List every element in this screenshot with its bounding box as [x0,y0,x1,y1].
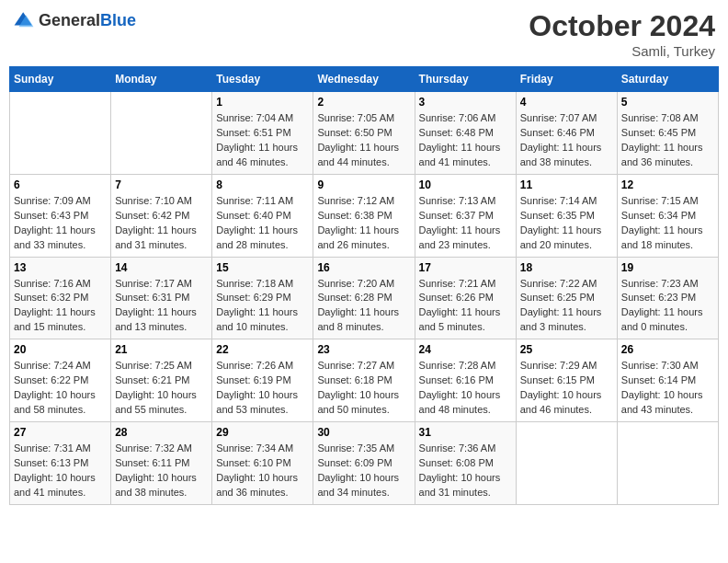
calendar-cell [617,422,718,505]
weekday-header-thursday: Thursday [415,67,516,92]
day-info-line: Sunrise: 7:30 AM [621,360,699,371]
day-number: 26 [621,343,714,356]
day-info-line: Daylight: 10 hours and 58 minutes. [14,389,96,415]
day-number: 12 [621,178,714,191]
logo-text-blue: Blue [100,11,136,29]
day-info-line: Sunset: 6:13 PM [14,457,88,468]
day-info-line: Daylight: 11 hours and 0 minutes. [621,306,703,332]
day-number: 4 [520,96,613,109]
calendar-cell: 18Sunrise: 7:22 AMSunset: 6:25 PMDayligh… [516,257,617,339]
day-info: Sunrise: 7:34 AMSunset: 6:10 PMDaylight:… [216,442,309,500]
day-info: Sunrise: 7:20 AMSunset: 6:28 PMDaylight:… [317,277,410,336]
day-info-line: Sunset: 6:10 PM [216,457,290,468]
calendar-cell: 10Sunrise: 7:13 AMSunset: 6:37 PMDayligh… [415,174,516,257]
day-info-line: Daylight: 11 hours and 13 minutes. [115,306,197,332]
day-info-line: Sunset: 6:42 PM [115,210,189,221]
calendar-cell: 27Sunrise: 7:31 AMSunset: 6:13 PMDayligh… [10,422,111,505]
day-info-line: Sunset: 6:16 PM [419,374,494,385]
logo: GeneralBlue [13,9,136,31]
day-info-line: Daylight: 11 hours and 20 minutes. [520,224,602,250]
calendar-week-row: 20Sunrise: 7:24 AMSunset: 6:22 PMDayligh… [10,339,719,422]
day-info-line: Daylight: 11 hours and 23 minutes. [419,224,501,250]
day-info-line: Daylight: 11 hours and 28 minutes. [216,224,298,250]
day-info-line: Sunset: 6:28 PM [317,292,392,303]
day-info: Sunrise: 7:27 AMSunset: 6:18 PMDaylight:… [317,359,410,418]
day-info: Sunrise: 7:25 AMSunset: 6:21 PMDaylight:… [115,359,208,418]
day-number: 28 [115,426,208,439]
day-info-line: Sunset: 6:09 PM [317,457,392,468]
day-number: 7 [115,178,208,191]
day-info-line: Sunset: 6:50 PM [317,127,392,138]
day-info-line: Sunrise: 7:22 AM [520,278,597,289]
day-info-line: Daylight: 10 hours and 31 minutes. [419,472,501,498]
day-info-line: Sunrise: 7:11 AM [216,195,293,206]
weekday-header-wednesday: Wednesday [313,67,415,92]
calendar-cell: 26Sunrise: 7:30 AMSunset: 6:14 PMDayligh… [617,339,718,422]
day-info-line: Daylight: 11 hours and 41 minutes. [419,142,501,167]
day-info: Sunrise: 7:08 AMSunset: 6:45 PMDaylight:… [621,111,714,170]
day-info: Sunrise: 7:24 AMSunset: 6:22 PMDaylight:… [14,359,107,418]
day-info: Sunrise: 7:21 AMSunset: 6:26 PMDaylight:… [419,277,512,336]
day-info-line: Daylight: 11 hours and 8 minutes. [317,306,399,332]
day-info-line: Daylight: 10 hours and 38 minutes. [115,472,197,498]
logo-icon [13,9,35,31]
day-number: 19 [621,261,714,274]
day-info: Sunrise: 7:18 AMSunset: 6:29 PMDaylight:… [216,277,309,336]
calendar-cell: 12Sunrise: 7:15 AMSunset: 6:34 PMDayligh… [617,174,718,257]
day-info-line: Daylight: 10 hours and 34 minutes. [317,472,399,498]
day-number: 11 [520,178,613,191]
day-info-line: Sunrise: 7:17 AM [115,278,192,289]
day-info-line: Sunrise: 7:36 AM [419,442,496,454]
day-info-line: Daylight: 11 hours and 10 minutes. [216,306,298,332]
day-info-line: Sunrise: 7:06 AM [419,112,496,123]
day-info-line: Sunset: 6:34 PM [621,210,696,221]
day-number: 27 [14,426,107,439]
day-info-line: Sunrise: 7:16 AM [14,278,91,289]
calendar-cell: 19Sunrise: 7:23 AMSunset: 6:23 PMDayligh… [617,257,718,339]
day-info-line: Sunset: 6:45 PM [621,127,696,138]
day-info-line: Sunset: 6:15 PM [520,374,595,385]
day-info-line: Sunrise: 7:24 AM [14,360,91,371]
day-info-line: Daylight: 11 hours and 33 minutes. [14,224,96,250]
month-title: October 2024 [529,9,715,43]
location-subtitle: Samli, Turkey [529,43,715,59]
calendar-cell: 28Sunrise: 7:32 AMSunset: 6:11 PMDayligh… [111,422,212,505]
day-number: 13 [14,261,107,274]
day-number: 18 [520,261,613,274]
calendar-cell: 8Sunrise: 7:11 AMSunset: 6:40 PMDaylight… [212,174,313,257]
calendar-cell: 23Sunrise: 7:27 AMSunset: 6:18 PMDayligh… [313,339,415,422]
day-info: Sunrise: 7:14 AMSunset: 6:35 PMDaylight:… [520,194,613,253]
day-info-line: Sunrise: 7:35 AM [317,442,394,454]
day-info-line: Sunrise: 7:34 AM [216,442,293,454]
day-number: 8 [216,178,309,191]
day-info-line: Daylight: 10 hours and 36 minutes. [216,472,298,498]
logo-text-general: General [39,11,100,29]
day-info-line: Sunrise: 7:15 AM [621,195,699,206]
day-info-line: Daylight: 11 hours and 26 minutes. [317,224,399,250]
calendar-week-row: 27Sunrise: 7:31 AMSunset: 6:13 PMDayligh… [10,422,719,505]
day-info-line: Sunrise: 7:23 AM [621,278,699,289]
day-info-line: Sunrise: 7:21 AM [419,278,496,289]
day-info: Sunrise: 7:11 AMSunset: 6:40 PMDaylight:… [216,194,309,253]
calendar-cell: 11Sunrise: 7:14 AMSunset: 6:35 PMDayligh… [516,174,617,257]
day-info: Sunrise: 7:31 AMSunset: 6:13 PMDaylight:… [14,442,107,500]
day-info-line: Sunrise: 7:26 AM [216,360,293,371]
day-info-line: Sunset: 6:29 PM [216,292,290,303]
day-info: Sunrise: 7:26 AMSunset: 6:19 PMDaylight:… [216,359,309,418]
day-number: 3 [419,96,512,109]
calendar-cell: 31Sunrise: 7:36 AMSunset: 6:08 PMDayligh… [415,422,516,505]
calendar-cell: 14Sunrise: 7:17 AMSunset: 6:31 PMDayligh… [111,257,212,339]
day-number: 21 [115,343,208,356]
day-info-line: Sunset: 6:37 PM [419,210,494,221]
day-number: 24 [419,343,512,356]
day-info-line: Sunset: 6:48 PM [419,127,494,138]
day-number: 31 [419,426,512,439]
day-number: 6 [14,178,107,191]
day-info: Sunrise: 7:30 AMSunset: 6:14 PMDaylight:… [621,359,714,418]
page-header: GeneralBlue October 2024 Samli, Turkey [9,9,719,59]
day-info-line: Sunrise: 7:14 AM [520,195,597,206]
day-info-line: Daylight: 10 hours and 53 minutes. [216,389,298,415]
day-info-line: Sunrise: 7:10 AM [115,195,192,206]
day-info-line: Daylight: 11 hours and 38 minutes. [520,142,602,167]
day-info-line: Daylight: 10 hours and 55 minutes. [115,389,197,415]
